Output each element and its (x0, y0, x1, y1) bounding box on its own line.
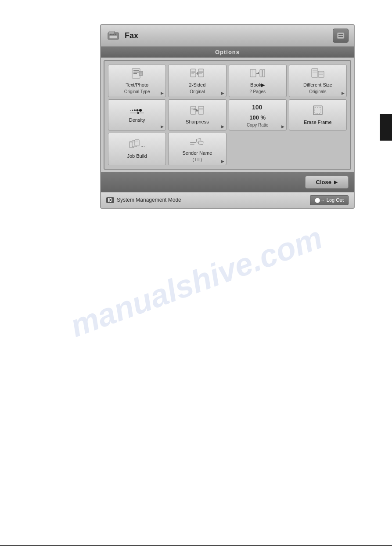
sender-name-label: Sender Name (182, 150, 212, 156)
svg-rect-26 (260, 69, 262, 77)
system-left: ID System Management Mode (106, 197, 181, 203)
ui-panel: Fax Options (100, 24, 355, 209)
svg-rect-44 (198, 106, 204, 114)
logout-label: Log Out (327, 197, 344, 203)
options-row-1: Text/Photo Original Type ▶ (108, 65, 347, 97)
options-label: Options (215, 49, 240, 55)
book-pages-icon (250, 68, 266, 81)
sidebar-tab (380, 114, 392, 141)
watermark: manualshive.com (65, 219, 327, 344)
svg-point-37 (137, 109, 139, 112)
sender-name-sublabel: (TTI) (193, 157, 202, 162)
text-photo-sublabel: Original Type (124, 89, 150, 94)
svg-point-34 (130, 110, 131, 111)
svg-rect-52 (135, 140, 139, 146)
bottom-line (0, 545, 392, 546)
svg-rect-8 (338, 36, 343, 37)
copy-ratio-value: 100 % (249, 114, 266, 121)
option-sender-name[interactable]: Sender Name (TTI) ▶ (168, 133, 226, 165)
job-build-icon: ... (129, 139, 145, 152)
svg-rect-13 (139, 71, 143, 76)
logout-button[interactable]: ⬤→ Log Out (310, 195, 349, 205)
text-photo-icon (130, 68, 144, 81)
job-build-label: Job Build (127, 153, 147, 159)
diff-size-icon (311, 68, 325, 81)
two-sided-arrow: ▶ (221, 91, 224, 95)
erase-frame-icon (312, 104, 324, 118)
diff-size-sublabel: Originals (309, 89, 326, 94)
svg-rect-3 (110, 34, 112, 35)
svg-rect-2 (109, 36, 117, 38)
system-bar: ID System Management Mode ⬤→ Log Out (101, 192, 354, 208)
svg-rect-58 (190, 144, 194, 145)
svg-rect-5 (115, 34, 117, 35)
svg-rect-6 (337, 33, 344, 39)
logout-icon: ⬤→ (315, 197, 325, 203)
close-button[interactable]: Close ▶ (305, 176, 349, 189)
options-bar: Options (101, 47, 354, 58)
header-menu-button[interactable] (333, 29, 349, 43)
svg-rect-23 (250, 69, 256, 77)
option-two-sided[interactable]: 2-Sided Original ▶ (168, 65, 226, 97)
options-row-3: ... Job Build (108, 133, 347, 165)
diff-size-label: Different Size (303, 82, 332, 88)
id-badge: ID (106, 197, 114, 203)
close-label: Close (316, 179, 331, 185)
svg-rect-15 (191, 69, 196, 77)
option-job-build[interactable]: ... Job Build (108, 133, 166, 165)
svg-text:100 %: 100 % (252, 104, 264, 111)
svg-point-38 (139, 109, 142, 112)
svg-point-36 (134, 109, 136, 111)
density-icon (129, 106, 144, 116)
svg-rect-1 (109, 31, 114, 34)
panel-header: Fax (101, 25, 354, 47)
system-mode-label: System Management Mode (117, 197, 181, 203)
option-erase-frame[interactable]: Erase Frame (289, 99, 347, 131)
svg-rect-19 (198, 69, 204, 77)
text-photo-arrow: ▶ (161, 91, 164, 95)
copy-ratio-arrow: ▶ (281, 124, 284, 129)
copy-ratio-icon: 100 % (251, 102, 264, 113)
two-sided-label: 2-Sided (189, 82, 205, 88)
sharpness-arrow: ▶ (221, 124, 224, 129)
fax-icon (107, 29, 119, 42)
sharpness-label: Sharpness (186, 119, 209, 125)
svg-rect-28 (312, 69, 318, 77)
svg-rect-40 (137, 112, 139, 114)
svg-rect-4 (112, 34, 114, 35)
erase-frame-label: Erase Frame (304, 120, 332, 125)
options-row-2: Density ▶ (108, 99, 347, 131)
density-arrow: ▶ (161, 124, 164, 129)
option-copy-ratio[interactable]: 100 % 100 % Copy Ratio ▶ (229, 99, 287, 131)
panel-title: Fax (125, 31, 138, 40)
option-sharpness[interactable]: Sharpness ▶ (168, 99, 226, 131)
density-label: Density (129, 117, 145, 123)
panel-footer: Close ▶ (101, 172, 354, 192)
diff-size-arrow: ▶ (342, 91, 345, 95)
empty-cell-2 (289, 133, 347, 165)
box-icon (336, 32, 345, 40)
close-icon: ▶ (334, 180, 338, 185)
svg-text:...: ... (140, 142, 145, 148)
header-left: Fax (106, 29, 138, 42)
copy-ratio-label: Copy Ratio (247, 123, 268, 127)
two-sided-icon (190, 68, 205, 81)
option-density[interactable]: Density ▶ (108, 99, 166, 131)
option-diff-size[interactable]: Different Size Originals ▶ (289, 65, 347, 97)
svg-rect-7 (338, 34, 343, 35)
book-2pages-label: Book▶ (250, 82, 265, 88)
svg-rect-57 (190, 142, 196, 143)
empty-cell-1 (229, 133, 287, 165)
svg-rect-41 (191, 106, 196, 114)
two-sided-sublabel: Original (190, 89, 205, 94)
options-area: Text/Photo Original Type ▶ (104, 60, 351, 170)
fax-icon-box (106, 29, 120, 42)
option-book-2pages[interactable]: Book▶ 2 Pages (229, 65, 287, 97)
option-text-photo[interactable]: Text/Photo Original Type ▶ (108, 65, 166, 97)
book-2pages-sublabel: 2 Pages (249, 89, 266, 94)
sharpness-icon (190, 105, 205, 118)
svg-rect-60 (199, 141, 204, 145)
svg-rect-27 (263, 69, 265, 77)
page-container: Fax Options (0, 0, 392, 555)
text-photo-label: Text/Photo (126, 82, 148, 88)
